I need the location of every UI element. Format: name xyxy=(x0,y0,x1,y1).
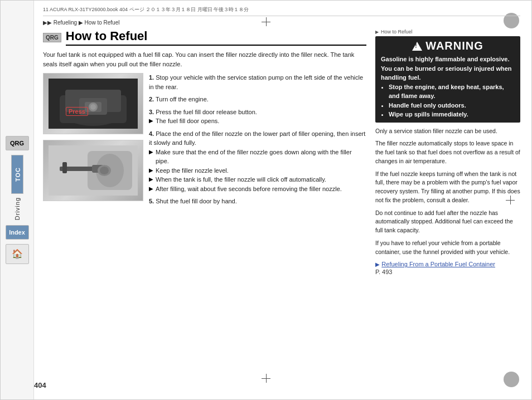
breadcrumb-item-2: How to Refuel xyxy=(85,19,120,26)
step-3-text: Press the fuel fill door release button. xyxy=(156,109,257,115)
sidebar-btn-index[interactable]: Index xyxy=(6,225,29,240)
breadcrumb-separator: ▶ xyxy=(79,19,83,26)
step-2: 2. Turn off the engine. xyxy=(149,95,366,104)
step-3-sub-1: ▶ The fuel fill door opens. xyxy=(149,116,366,126)
sidebar-btn-qrg[interactable]: QRG xyxy=(6,136,29,150)
driving-label: Driving xyxy=(14,197,21,220)
breadcrumb-item-1: Refueling xyxy=(54,19,77,26)
warning-box: WARNING Gasoline is highly flammable and… xyxy=(375,36,520,123)
content-area: QRG How to Refuel Your fuel tank is not … xyxy=(43,29,520,276)
warning-bullet-3: Wipe up spills immediately. xyxy=(389,110,515,119)
step-4: 4. Place the end of the filler nozzle on… xyxy=(149,129,366,194)
main-content: 11 ACURA RLX-31TY26000.book 404 ページ ２０１３… xyxy=(34,1,531,399)
warning-header: WARNING xyxy=(381,40,515,52)
car-interior-svg xyxy=(49,79,138,129)
step-4-sub-2: ▶ Keep the filler nozzle level. xyxy=(149,166,366,175)
step-4-sub-4: ▶ After filling, wait about five seconds… xyxy=(149,184,366,194)
info-para-3: If the fuel nozzle keeps turning off whe… xyxy=(375,170,520,205)
left-sidebar: QRG TOC Driving Index 🏠 xyxy=(1,1,34,399)
step-4-num: 4. xyxy=(149,130,154,137)
print-info: 11 ACURA RLX-31TY26000.book 404 ページ ２０１３… xyxy=(43,6,520,16)
sidebar-btn-toc[interactable]: TOC xyxy=(11,155,23,194)
link-arrow-icon: ▶ xyxy=(375,261,380,267)
link-page: P. 493 xyxy=(375,269,392,275)
title-bar: QRG How to Refuel xyxy=(43,29,366,46)
step-5: 5. Shut the fuel fill door by hand. xyxy=(149,197,366,206)
svg-point-15 xyxy=(100,167,109,174)
images-steps-container: Press xyxy=(43,73,366,209)
info-para-2: The filler nozzle automatically stops to… xyxy=(375,139,520,165)
breadcrumb: ▶▶ Refueling ▶ How to Refuel xyxy=(43,19,520,26)
step-2-num: 2. xyxy=(149,96,154,103)
breadcrumb-arrow: ▶▶ xyxy=(43,19,52,26)
step-4-text: Place the end of the filler nozzle on th… xyxy=(149,130,365,147)
step-4-sub-1: ▶ Make sure that the end of the filler n… xyxy=(149,148,366,166)
step-sub-arrow: ▶ xyxy=(149,116,153,126)
step-2-text: Turn off the engine. xyxy=(156,96,209,103)
step-3-num: 3. xyxy=(149,109,154,115)
page-title: How to Refuel xyxy=(66,29,366,46)
step-3-sub-text: The fuel fill door opens. xyxy=(156,116,366,126)
step-5-num: 5. xyxy=(149,198,154,204)
portable-fuel-link[interactable]: Refueling From a Portable Fuel Container xyxy=(381,261,495,267)
warning-title: WARNING xyxy=(425,40,483,52)
warning-main-text: Gasoline is highly flammable and explosi… xyxy=(381,55,515,82)
fuel-nozzle-image xyxy=(43,140,143,201)
warning-bullet-1: Stop the engine, and keep heat, sparks, … xyxy=(389,82,515,101)
step-1-num: 1. xyxy=(149,74,154,81)
image-placeholder-1 xyxy=(43,74,143,134)
step-1: 1. Stop your vehicle with the service st… xyxy=(149,73,366,91)
images-column: Press xyxy=(43,73,143,209)
info-para-1: Only a service station filler nozzle can… xyxy=(375,127,520,136)
svg-point-7 xyxy=(90,104,96,110)
car-fuel-door-image: Press xyxy=(43,73,143,134)
intro-text: Your fuel tank is not equipped with a fu… xyxy=(43,50,366,69)
warning-triangle-icon xyxy=(412,42,422,51)
how-to-refuel-label: How to Refuel xyxy=(375,29,520,35)
fuel-nozzle-svg xyxy=(49,145,138,196)
svg-rect-12 xyxy=(62,162,67,173)
steps-area: 1. Stop your vehicle with the service st… xyxy=(149,73,366,209)
step-1-text: Stop your vehicle with the service stati… xyxy=(149,74,363,90)
step-5-text: Shut the fuel fill door by hand. xyxy=(156,198,237,204)
step-4-sub-3: ▶ When the tank is full, the filler nozz… xyxy=(149,175,366,184)
press-label: Press xyxy=(66,107,88,116)
image-placeholder-2 xyxy=(43,140,143,201)
info-para-4: Do not continue to add fuel after the no… xyxy=(375,209,520,235)
sidebar-btn-home[interactable]: 🏠 xyxy=(6,244,29,264)
left-column: QRG How to Refuel Your fuel tank is not … xyxy=(43,29,366,276)
portable-fuel-link-container: ▶ Refueling From a Portable Fuel Contain… xyxy=(375,260,520,276)
right-column: How to Refuel WARNING Gasoline is highly… xyxy=(375,29,520,276)
qrg-tag: QRG xyxy=(43,33,61,42)
page-outer: QRG TOC Driving Index 🏠 404 11 ACURA RLX… xyxy=(0,0,532,400)
info-para-5: If you have to refuel your vehicle from … xyxy=(375,239,520,257)
warning-bullets: Stop the engine, and keep heat, sparks, … xyxy=(389,82,515,119)
step-3: 3. Press the fuel fill door release butt… xyxy=(149,108,366,126)
warning-bullet-2: Handle fuel only outdoors. xyxy=(389,101,515,110)
